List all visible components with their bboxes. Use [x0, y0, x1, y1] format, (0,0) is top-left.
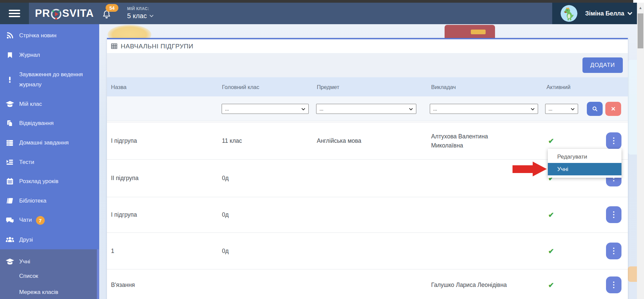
- page-scrollbar[interactable]: ▲: [637, 3, 644, 299]
- rss-icon: [4, 32, 16, 40]
- sidebar-subitem[interactable]: Список: [19, 268, 93, 284]
- chats-icon: [4, 216, 16, 225]
- chevron-down-icon: [409, 106, 413, 112]
- sidebar-item[interactable]: Відвідування: [0, 114, 99, 133]
- hamburger-icon: [9, 10, 20, 11]
- filter-select-active[interactable]: ...: [545, 104, 578, 114]
- sidebar-item[interactable]: Мій клас: [0, 94, 99, 114]
- chats-unread-badge: 7: [36, 216, 45, 225]
- cell-name: І підгрупа: [111, 136, 212, 145]
- play-logo-icon: [50, 8, 62, 20]
- user-name: Зіміна Белла: [585, 10, 624, 17]
- row-actions-button[interactable]: [606, 276, 621, 293]
- filter-select-main-class[interactable]: ...: [222, 104, 309, 114]
- filter-select-subject[interactable]: ...: [316, 104, 416, 114]
- panel-header: НАВЧАЛЬНІ ПІДГРУПИ: [107, 39, 628, 53]
- notification-count-badge: 54: [106, 4, 118, 12]
- table-row: І підгрупа0д✔: [107, 197, 628, 233]
- sidebar-item-label: Чати7: [19, 216, 45, 225]
- chevron-down-icon: [571, 106, 575, 112]
- column-header: Викладач: [431, 84, 456, 90]
- search-icon: [592, 105, 598, 112]
- sidebar-item-label: Друзі: [19, 237, 33, 243]
- sidebar-item-label: Бібліотека: [19, 198, 46, 204]
- cell-teacher: Алтухова Валентина Миколаївна: [431, 132, 515, 150]
- filter-select-value: ...: [433, 106, 437, 112]
- active-check-icon: ✔: [548, 247, 554, 255]
- tests-icon: [4, 158, 16, 166]
- cell-name: ІІ підгрупа: [111, 174, 212, 183]
- filter-select-value: ...: [319, 106, 324, 112]
- sidebar-item[interactable]: Журнал: [0, 45, 99, 65]
- sidebar-item-label: Розклад уроків: [19, 178, 59, 185]
- table-header-row: НазваГоловний класПредметВикладачАктивни…: [107, 77, 628, 96]
- close-icon: ✕: [611, 105, 615, 113]
- sidebar-item[interactable]: Домашні завдання: [0, 133, 99, 153]
- sidebar-item[interactable]: Друзі: [0, 230, 99, 250]
- active-check-icon: ✔: [548, 281, 554, 289]
- sidebar: Стрічка новинЖурналЗауваження до ведення…: [0, 24, 99, 299]
- sidebar-item[interactable]: Тести: [0, 153, 99, 172]
- row-actions-button[interactable]: [606, 132, 621, 149]
- column-header: Назва: [111, 84, 126, 90]
- logo-text-post: SVITA: [62, 7, 94, 19]
- class-picker-dropdown[interactable]: МІЙ КЛАС: 5 клас: [127, 3, 154, 24]
- sidebar-scrollbar-sliver: [97, 249, 99, 299]
- sidebar-subitem-label: Мережа класів: [19, 289, 58, 296]
- table-grid-icon: [111, 43, 117, 49]
- row-actions-button[interactable]: [606, 206, 621, 223]
- sidebar-item-label: Відвідування: [19, 120, 54, 127]
- exclamation-icon: [4, 76, 16, 83]
- app-logo[interactable]: PR SVITA: [35, 3, 94, 24]
- search-button[interactable]: [587, 102, 603, 116]
- sidebar-item-label: Домашні завдання: [19, 139, 69, 146]
- row-actions-button[interactable]: [606, 243, 621, 259]
- chevron-down-icon: [531, 106, 535, 112]
- cell-subject: Англійська мова: [317, 136, 418, 145]
- user-menu[interactable]: Зіміна Белла: [552, 3, 637, 24]
- sidebar-item-label: Зауваження до ведення журналу: [19, 70, 88, 90]
- sidebar-item[interactable]: Стрічка новин: [0, 26, 99, 45]
- decor-background-hand: [628, 266, 637, 282]
- cell-name: 1: [111, 247, 212, 256]
- column-header: Предмет: [317, 84, 339, 90]
- sidebar-item[interactable]: Чати7: [0, 211, 99, 230]
- chevron-down-icon: [149, 14, 154, 17]
- table-filter-row: ✕ ............: [107, 96, 628, 121]
- cell-main-class: 0д: [222, 174, 309, 183]
- graduation-cap-icon: [4, 100, 16, 109]
- add-button[interactable]: ДОДАТИ: [582, 57, 623, 73]
- cell-name: І підгрупа: [111, 210, 212, 219]
- sidebar-item[interactable]: Зауваження до ведення журналу: [0, 65, 99, 94]
- calendar-icon: [4, 178, 16, 185]
- notifications-button[interactable]: 54: [101, 3, 122, 24]
- logo-text-pre: PR: [35, 7, 50, 19]
- cell-main-class: 0д: [222, 247, 309, 256]
- screen: PR SVITA 54 МІЙ КЛАС: 5 кл: [0, 0, 644, 299]
- bookmark-icon: [4, 52, 16, 59]
- column-header: Активний: [546, 84, 571, 90]
- decor-background-card: [628, 60, 637, 155]
- friends-icon: [4, 236, 16, 245]
- menu-toggle-button[interactable]: [0, 3, 29, 24]
- sidebar-item-label: Журнал: [19, 52, 40, 58]
- panel-title: НАВЧАЛЬНІ ПІДГРУПИ: [111, 43, 193, 50]
- homework-icon: [4, 139, 16, 147]
- scroll-up-arrow[interactable]: ▲: [637, 4, 644, 11]
- table-row: В'язанняГалушко Лариса Леонідівна✔: [107, 269, 628, 299]
- class-picker-value: 5 клас: [127, 12, 147, 20]
- sidebar-item[interactable]: Бібліотека: [0, 191, 99, 211]
- scrollbar-thumb[interactable]: [638, 13, 643, 48]
- cell-main-class: 0д: [222, 210, 309, 219]
- filter-select-teacher[interactable]: ...: [430, 104, 538, 114]
- context-menu-item-edit[interactable]: Редагувати: [548, 151, 621, 163]
- clear-filters-button[interactable]: ✕: [605, 102, 621, 116]
- active-check-icon: ✔: [548, 211, 554, 219]
- avatar: [561, 5, 577, 22]
- sidebar-item-label: Стрічка новин: [19, 32, 56, 39]
- cell-name: В'язання: [111, 281, 212, 290]
- sidebar-subitem[interactable]: Мережа класів: [19, 284, 93, 299]
- context-menu-item-students[interactable]: Учні: [548, 163, 621, 175]
- sidebar-item[interactable]: Розклад уроків: [0, 172, 99, 191]
- sidebar-subitem-label: Список: [19, 273, 38, 280]
